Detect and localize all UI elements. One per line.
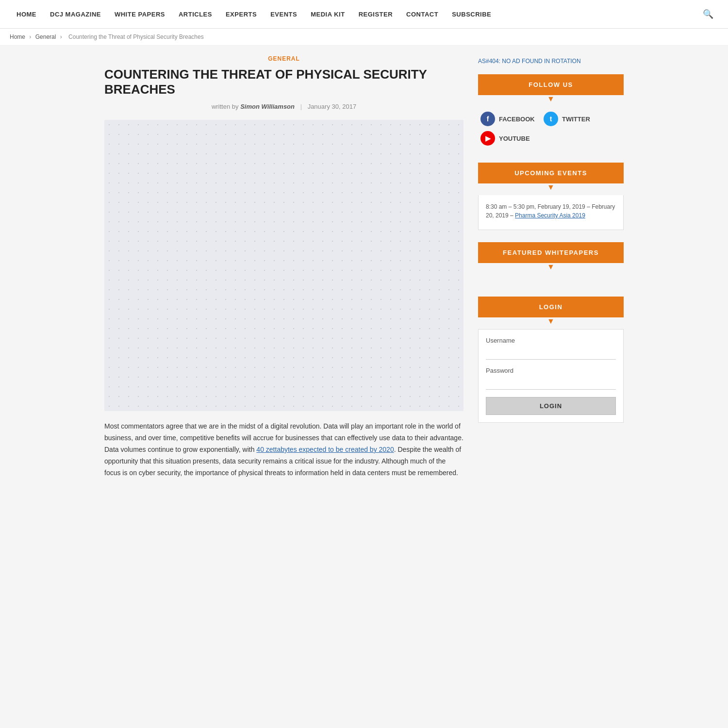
nav-register[interactable]: REGISTER [352, 2, 399, 27]
follow-us-header: FOLLOW US [478, 74, 624, 95]
facebook-icon: f [480, 112, 495, 126]
featured-whitepapers-title: FEATURED WHITEPAPERS [486, 249, 615, 256]
article-link[interactable]: 40 zettabytes expected to be created by … [256, 446, 394, 453]
follow-us-arrow: ▼ [478, 95, 624, 103]
written-by-label: written by [212, 103, 239, 110]
article-author: Simon Williamson [240, 103, 295, 110]
article-meta: written by Simon Williamson | January 30… [104, 103, 463, 110]
article-date: January 30, 2017 [308, 103, 356, 110]
login-title: LOGIN [486, 303, 615, 311]
password-input[interactable] [486, 376, 616, 390]
featured-whitepapers-widget: FEATURED WHITEPAPERS ▼ [478, 242, 624, 284]
youtube-label: YOUTUBE [499, 135, 530, 142]
page-container: GENERAL COUNTERING THE THREAT OF PHYSICA… [97, 55, 631, 479]
upcoming-events-body: 8:30 am – 5:30 pm, February 19, 2019 – F… [478, 195, 624, 230]
social-links: f FACEBOOK t TWITTER ▶ YOUTUBE [478, 107, 624, 150]
breadcrumb-home[interactable]: Home [10, 33, 25, 40]
nav-contact[interactable]: CONTACT [399, 2, 445, 27]
login-form: Username Password LOGIN [478, 329, 624, 423]
username-label: Username [486, 337, 616, 344]
twitter-link[interactable]: t TWITTER [544, 112, 602, 126]
upcoming-events-title: UPCOMING EVENTS [486, 169, 615, 177]
nav-dcj-magazine[interactable]: DCJ MAGAZINE [43, 2, 108, 27]
main-content: GENERAL COUNTERING THE THREAT OF PHYSICA… [104, 55, 463, 479]
youtube-icon: ▶ [480, 131, 495, 146]
event-link[interactable]: Pharma Security Asia 2019 [515, 212, 585, 219]
upcoming-events-arrow: ▼ [478, 183, 624, 191]
upcoming-events-widget: UPCOMING EVENTS ▼ 8:30 am – 5:30 pm, Feb… [478, 163, 624, 230]
nav-home[interactable]: HOME [10, 2, 43, 27]
sidebar: AS#404: NO AD FOUND IN ROTATION FOLLOW U… [478, 55, 624, 479]
twitter-icon: t [544, 112, 558, 126]
featured-whitepapers-arrow: ▼ [478, 263, 624, 271]
twitter-label: TWITTER [562, 116, 590, 123]
nav-experts[interactable]: EXPERTS [219, 2, 264, 27]
youtube-link[interactable]: ▶ YOUTUBE [480, 131, 539, 146]
article-image [104, 120, 463, 411]
featured-whitepapers-header: FEATURED WHITEPAPERS [478, 242, 624, 263]
article-body: Most commentators agree that we are in t… [104, 421, 463, 479]
login-arrow: ▼ [478, 317, 624, 325]
nav-events[interactable]: EVENTS [264, 2, 304, 27]
event-time: 8:30 am – 5:30 pm, February 19, 2019 – F… [486, 202, 616, 220]
breadcrumb-current: Countering the Threat of Physical Securi… [68, 33, 204, 40]
nav-articles[interactable]: ARTICLES [172, 2, 219, 27]
password-label: Password [486, 367, 616, 374]
facebook-label: FACEBOOK [499, 116, 535, 123]
follow-us-widget: FOLLOW US ▼ f FACEBOOK t TWITTER ▶ YOUTU… [478, 74, 624, 150]
login-widget: LOGIN ▼ Username Password LOGIN [478, 297, 624, 423]
login-button[interactable]: LOGIN [486, 397, 616, 415]
ad-notice: AS#404: NO AD FOUND IN ROTATION [478, 55, 624, 67]
nav-subscribe[interactable]: SUBSCRIBE [445, 2, 498, 27]
main-nav: HOME DCJ MAGAZINE WHITE PAPERS ARTICLES … [0, 0, 728, 29]
breadcrumb-general[interactable]: General [35, 33, 56, 40]
breadcrumb: Home › General › Countering the Threat o… [0, 29, 728, 46]
upcoming-events-header: UPCOMING EVENTS [478, 163, 624, 183]
search-icon[interactable]: 🔍 [698, 0, 718, 28]
follow-us-title: FOLLOW US [486, 81, 615, 88]
username-input[interactable] [486, 346, 616, 360]
facebook-link[interactable]: f FACEBOOK [480, 112, 539, 126]
nav-white-papers[interactable]: WHITE PAPERS [108, 2, 172, 27]
article-category: GENERAL [104, 55, 463, 62]
nav-media-kit[interactable]: MEDIA KIT [304, 2, 351, 27]
login-header: LOGIN [478, 297, 624, 317]
featured-whitepapers-body [478, 275, 624, 284]
article-title: COUNTERING THE THREAT OF PHYSICAL SECURI… [104, 67, 463, 97]
